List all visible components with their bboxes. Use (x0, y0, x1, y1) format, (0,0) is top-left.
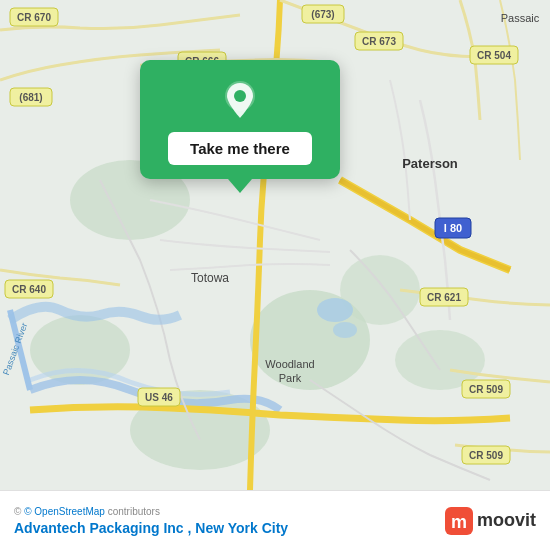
map-container: CR 670 (673) CR 673 CR 504 CR 666 (681) … (0, 0, 550, 490)
location-name: Advantech Packaging Inc (14, 520, 184, 536)
svg-text:US 46: US 46 (145, 392, 173, 403)
svg-text:Totowa: Totowa (191, 271, 229, 285)
svg-text:(673): (673) (311, 9, 334, 20)
copyright-symbol: © (14, 506, 24, 517)
moovit-icon: m (445, 507, 473, 535)
svg-text:CR 670: CR 670 (17, 12, 51, 23)
popup-card: Take me there (140, 60, 340, 179)
bottom-bar: © © OpenStreetMap contributors Advantech… (0, 490, 550, 550)
svg-point-40 (234, 90, 246, 102)
location-pin-icon (218, 78, 262, 122)
svg-text:CR 509: CR 509 (469, 450, 503, 461)
svg-point-8 (333, 322, 357, 338)
svg-text:I 80: I 80 (444, 222, 462, 234)
svg-text:CR 673: CR 673 (362, 36, 396, 47)
take-me-there-button[interactable]: Take me there (168, 132, 312, 165)
moovit-text: moovit (477, 510, 536, 531)
svg-text:CR 509: CR 509 (469, 384, 503, 395)
moovit-logo: m moovit (445, 507, 536, 535)
svg-text:m: m (451, 512, 467, 532)
svg-text:CR 504: CR 504 (477, 50, 511, 61)
svg-point-7 (317, 298, 353, 322)
bottom-text-group: © © OpenStreetMap contributors Advantech… (14, 506, 445, 536)
svg-text:(681): (681) (19, 92, 42, 103)
svg-text:CR 621: CR 621 (427, 292, 461, 303)
svg-text:CR 640: CR 640 (12, 284, 46, 295)
copyright-text: © © OpenStreetMap contributors (14, 506, 445, 517)
svg-text:Park: Park (279, 372, 302, 384)
svg-text:Passaic: Passaic (501, 12, 540, 24)
svg-text:Woodland: Woodland (265, 358, 314, 370)
location-title[interactable]: Advantech Packaging Inc , New York City (14, 520, 445, 536)
contributors-label: contributors (108, 506, 160, 517)
openstreetmap-link[interactable]: © OpenStreetMap (24, 506, 105, 517)
svg-text:Paterson: Paterson (402, 156, 458, 171)
location-city: New York City (195, 520, 288, 536)
